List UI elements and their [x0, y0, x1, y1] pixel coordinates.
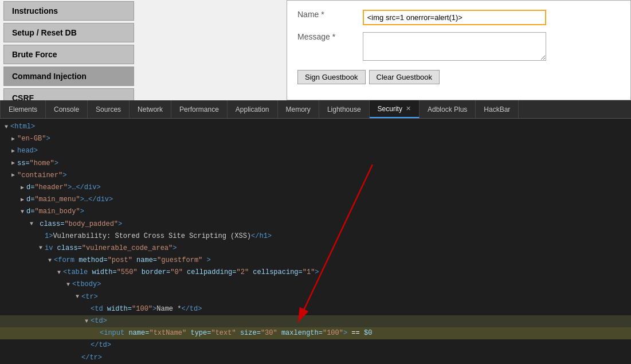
sidebar-item-bruteforce[interactable]: Brute Force [3, 45, 134, 64]
html-line-20: </tr> [0, 352, 631, 364]
triangle-icon[interactable] [85, 317, 91, 326]
tab-performance[interactable]: Performance [171, 100, 228, 118]
html-line-1: <html> [0, 121, 631, 133]
sidebar-item-commandinjection[interactable]: Command Injection [3, 66, 134, 86]
triangle-icon[interactable] [76, 292, 81, 302]
message-label: Message * [293, 29, 358, 66]
html-line-19: </td> [0, 339, 631, 351]
html-line-13: <table width="550" border="0" cellpaddin… [0, 267, 631, 279]
tab-lighthouse[interactable]: Lighthouse [319, 100, 370, 118]
tab-sources[interactable]: Sources [88, 100, 130, 118]
name-input[interactable] [363, 10, 546, 25]
triangle-icon[interactable] [11, 147, 17, 156]
html-line-16: <td width="100">Name *</td> [0, 303, 631, 315]
tab-network[interactable]: Network [130, 100, 171, 118]
sidebar-item-setup[interactable]: Setup / Reset DB [3, 23, 134, 42]
triangle-icon[interactable] [57, 268, 63, 277]
triangle-icon[interactable] [66, 280, 72, 289]
devtools-content-wrapper: <html> "en-GB"> head> ss="home"> "contai… [0, 119, 631, 364]
tab-elements[interactable]: Elements [0, 100, 46, 118]
triangle-icon[interactable] [11, 159, 17, 168]
tab-hackbar[interactable]: HackBar [476, 100, 519, 118]
tab-security[interactable]: Security ✕ [370, 100, 420, 118]
triangle-icon[interactable] [21, 195, 26, 205]
triangle-icon[interactable] [5, 123, 10, 132]
triangle-icon[interactable] [30, 220, 36, 229]
html-line-14: <tbody> [0, 279, 631, 291]
html-line-15: <tr> [0, 291, 631, 303]
sign-guestbook-button[interactable]: Sign Guestbook [297, 70, 366, 84]
triangle-icon[interactable] [11, 171, 17, 180]
html-line-6: d="header">…</div> [0, 182, 631, 194]
devtools-html-content[interactable]: <html> "en-GB"> head> ss="home"> "contai… [0, 119, 631, 364]
name-label: Name * [293, 6, 358, 29]
html-line-11: iv class="vulnerable_code_area"> [0, 242, 631, 255]
devtools-panel: Elements Console Sources Network Perform… [0, 100, 631, 364]
guestbook-form: Name * Message * Sign Guestbook Clear Gu… [287, 0, 631, 100]
form-table: Name * Message * [293, 6, 625, 66]
sidebar: Instructions Setup / Reset DB Brute Forc… [0, 0, 138, 109]
html-line-12: <form method="post" name="guestform" > [0, 255, 631, 267]
html-line-7: d="main_menu">…</div> [0, 194, 631, 206]
html-line-9: class="body_padded"> [0, 218, 631, 230]
html-line-8: d="main_body"> [0, 206, 631, 218]
triangle-icon[interactable] [39, 244, 45, 253]
message-input[interactable] [363, 32, 546, 61]
html-selected-line[interactable]: <input name="txtName" type="text" size="… [0, 327, 631, 339]
html-line-2: "en-GB"> [0, 133, 631, 145]
sidebar-item-instructions[interactable]: Instructions [3, 1, 134, 21]
tab-memory[interactable]: Memory [278, 100, 319, 118]
tab-application[interactable]: Application [228, 100, 278, 118]
tab-close-icon[interactable]: ✕ [406, 105, 411, 112]
html-line-3: head> [0, 145, 631, 157]
html-line-10: 1>Vulnerability: Stored Cross Site Scrip… [0, 230, 631, 242]
triangle-icon[interactable] [21, 208, 26, 217]
html-line-17: <td> [0, 315, 631, 327]
triangle-icon[interactable] [48, 256, 54, 265]
html-line-4: ss="home"> [0, 158, 631, 170]
form-buttons: Sign Guestbook Clear Guestbook [293, 66, 625, 88]
tab-adblock[interactable]: Adblock Plus [420, 100, 476, 118]
clear-guestbook-button[interactable]: Clear Guestbook [369, 70, 440, 84]
triangle-icon[interactable] [21, 183, 26, 193]
html-line-5: "container"> [0, 170, 631, 182]
devtools-tabs: Elements Console Sources Network Perform… [0, 100, 631, 119]
tab-console[interactable]: Console [46, 100, 88, 118]
triangle-icon[interactable] [11, 135, 17, 144]
